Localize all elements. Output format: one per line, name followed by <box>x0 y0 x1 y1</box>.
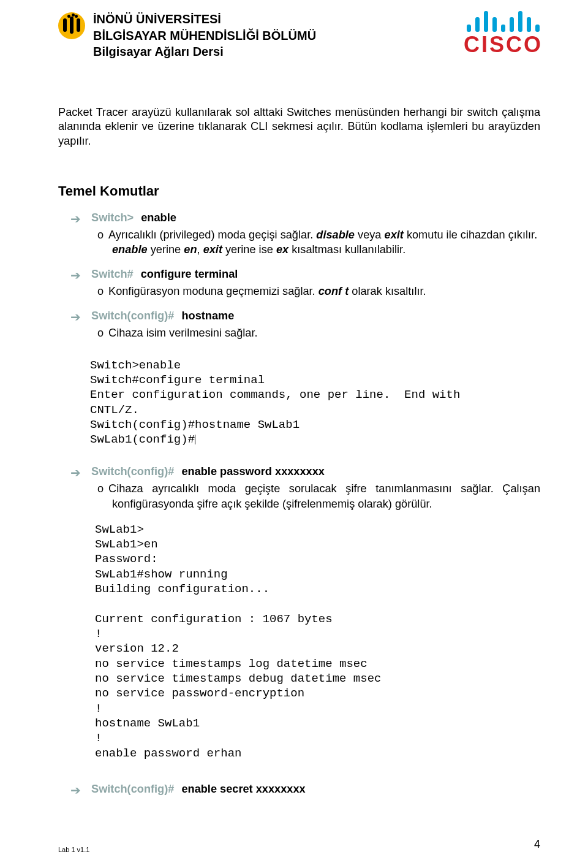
terminal-output-2: SwLab1> SwLab1>en Password: SwLab1#show … <box>95 522 540 761</box>
cmd-text: configure terminal <box>141 268 238 283</box>
intro-paragraph: Packet Tracer arayüzü kullanılarak sol a… <box>58 105 540 149</box>
cmd-text: enable secret xxxxxxxx <box>181 783 305 798</box>
command-block-enable: ➔ Switch> enable oAyrıcalıklı (privilege… <box>58 211 540 257</box>
header-titles: İNÖNÜ ÜNİVERSİTESİ BİLGİSAYAR MÜHENDİSLİ… <box>93 11 316 60</box>
command-block-configure: ➔ Switch# configure terminal oKonfigüras… <box>58 268 540 299</box>
cmd-description: oAyrıcalıklı (privileged) moda geçişi sa… <box>90 227 540 257</box>
terminal-output-1: Switch>enable Switch#configure terminal … <box>90 358 540 447</box>
cmd-text: hostname <box>181 310 234 324</box>
arrow-icon: ➔ <box>70 268 84 283</box>
cmd-prompt: Switch# <box>91 268 134 283</box>
section-heading: Temel Komutlar <box>58 183 540 199</box>
arrow-icon: ➔ <box>70 310 84 324</box>
footer-left: Lab 1 v1.1 <box>58 846 89 853</box>
cmd-description: oKonfigürasyon moduna geçmemizi sağlar. … <box>90 284 540 299</box>
cmd-description: oCihaza isim verilmesini sağlar. <box>90 326 540 340</box>
arrow-icon: ➔ <box>70 211 84 226</box>
arrow-icon: ➔ <box>70 783 84 798</box>
cmd-prompt: Switch(config)# <box>91 783 174 798</box>
command-block-enable-password: ➔ Switch(config)# enable password xxxxxx… <box>58 465 540 511</box>
cmd-prompt: Switch(config)# <box>91 310 174 324</box>
cmd-text: enable password xxxxxxxx <box>181 465 325 480</box>
university-logo-icon <box>58 12 85 39</box>
cmd-prompt: Switch> <box>91 211 134 226</box>
header-line-2: BİLGİSAYAR MÜHENDİSLİĞİ BÖLÜMÜ <box>93 28 316 44</box>
cmd-description: oCihaza ayrıcalıklı moda geçişte sorulac… <box>90 481 540 511</box>
cisco-text: CISCO <box>464 34 543 55</box>
cmd-prompt: Switch(config)# <box>91 465 174 480</box>
cmd-text: enable <box>141 211 176 226</box>
arrow-icon: ➔ <box>70 465 84 480</box>
command-block-enable-secret: ➔ Switch(config)# enable secret xxxxxxxx <box>58 783 540 798</box>
header-line-3: Bilgisayar Ağları Dersi <box>93 44 316 60</box>
page-header: İNÖNÜ ÜNİVERSİTESİ BİLGİSAYAR MÜHENDİSLİ… <box>58 11 540 60</box>
footer-page-number: 4 <box>534 838 540 851</box>
cisco-bars-icon <box>464 10 543 32</box>
header-line-1: İNÖNÜ ÜNİVERSİTESİ <box>93 11 316 28</box>
cisco-logo: CISCO <box>464 10 543 55</box>
text-cursor-icon <box>195 435 195 444</box>
command-block-hostname: ➔ Switch(config)# hostname oCihaza isim … <box>58 310 540 340</box>
header-left: İNÖNÜ ÜNİVERSİTESİ BİLGİSAYAR MÜHENDİSLİ… <box>58 11 316 60</box>
